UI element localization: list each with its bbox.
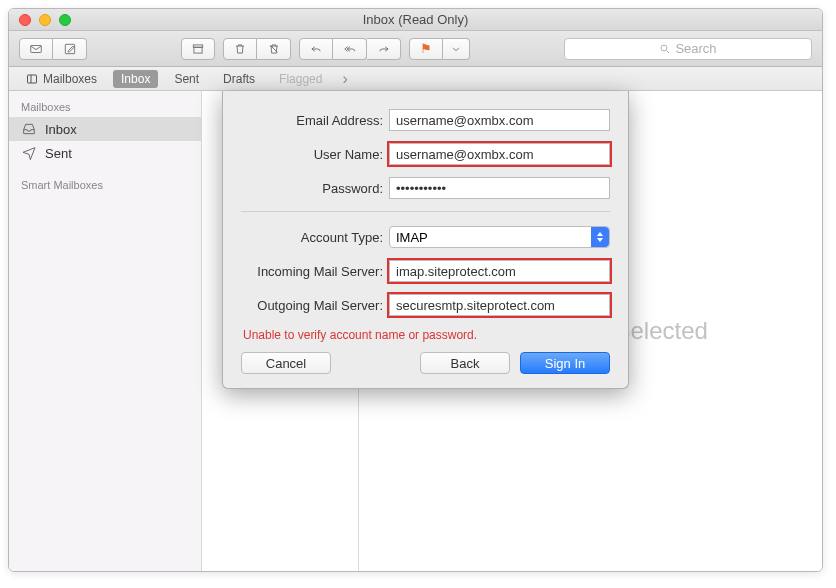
titlebar: Inbox (Read Only) bbox=[9, 9, 822, 31]
svg-rect-3 bbox=[194, 47, 202, 53]
mailboxes-toggle[interactable]: Mailboxes bbox=[17, 70, 105, 88]
reply-all-button[interactable] bbox=[333, 38, 367, 60]
svg-rect-0 bbox=[31, 45, 42, 52]
password-field[interactable] bbox=[389, 177, 610, 199]
outgoing-server-field[interactable] bbox=[389, 294, 610, 316]
label-email: Email Address: bbox=[241, 113, 389, 128]
tab-inbox[interactable]: Inbox bbox=[113, 70, 158, 88]
compose-icon bbox=[63, 42, 77, 56]
compose-button[interactable] bbox=[53, 38, 87, 60]
select-stepper-icon bbox=[591, 227, 609, 247]
svg-point-4 bbox=[661, 45, 667, 51]
sidebar-item-label: Sent bbox=[45, 146, 72, 161]
search-input[interactable]: Search bbox=[564, 38, 812, 60]
tab-sent[interactable]: Sent bbox=[166, 70, 207, 88]
search-icon bbox=[659, 43, 671, 55]
forward-button[interactable] bbox=[367, 38, 401, 60]
forward-icon bbox=[377, 42, 391, 56]
favorites-bar: Mailboxes Inbox Sent Drafts Flagged bbox=[9, 67, 822, 91]
account-type-value: IMAP bbox=[396, 230, 428, 245]
divider bbox=[241, 211, 610, 212]
tab-flagged[interactable]: Flagged bbox=[271, 70, 330, 88]
account-setup-sheet: Email Address: User Name: Password: Acco… bbox=[222, 91, 629, 389]
junk-icon bbox=[267, 42, 281, 56]
mailboxes-label: Mailboxes bbox=[43, 72, 97, 86]
archive-button[interactable] bbox=[181, 38, 215, 60]
flag-button[interactable]: ⚑ bbox=[409, 38, 443, 60]
username-field[interactable] bbox=[389, 143, 610, 165]
trash-icon bbox=[233, 42, 247, 56]
delete-button[interactable] bbox=[223, 38, 257, 60]
error-message: Unable to verify account name or passwor… bbox=[243, 328, 610, 342]
sidebar-icon bbox=[25, 73, 39, 85]
label-outgoing: Outgoing Mail Server: bbox=[241, 298, 389, 313]
cancel-button[interactable]: Cancel bbox=[241, 352, 331, 374]
label-user: User Name: bbox=[241, 147, 389, 162]
tabbar-overflow[interactable] bbox=[338, 70, 347, 88]
get-mail-button[interactable] bbox=[19, 38, 53, 60]
back-button[interactable]: Back bbox=[420, 352, 510, 374]
sidebar: Mailboxes Inbox Sent Smart Mailboxes bbox=[9, 91, 202, 571]
label-incoming: Incoming Mail Server: bbox=[241, 264, 389, 279]
window-title: Inbox (Read Only) bbox=[9, 12, 822, 27]
toolbar: ⚑ Search bbox=[9, 31, 822, 67]
sign-in-button[interactable]: Sign In bbox=[520, 352, 610, 374]
sidebar-header-smart: Smart Mailboxes bbox=[9, 175, 201, 195]
reply-icon bbox=[309, 42, 323, 56]
tab-drafts[interactable]: Drafts bbox=[215, 70, 263, 88]
archive-icon bbox=[191, 42, 205, 56]
flag-menu-button[interactable] bbox=[443, 38, 470, 60]
envelope-icon bbox=[29, 42, 43, 56]
reply-button[interactable] bbox=[299, 38, 333, 60]
paper-plane-icon bbox=[21, 145, 37, 161]
sidebar-item-sent[interactable]: Sent bbox=[9, 141, 201, 165]
email-field[interactable] bbox=[389, 109, 610, 131]
chevron-down-icon bbox=[449, 42, 463, 56]
incoming-server-field[interactable] bbox=[389, 260, 610, 282]
search-placeholder: Search bbox=[675, 41, 716, 56]
sidebar-item-inbox[interactable]: Inbox bbox=[9, 117, 201, 141]
label-account-type: Account Type: bbox=[241, 230, 389, 245]
inbox-icon bbox=[21, 121, 37, 137]
reply-all-icon bbox=[343, 42, 357, 56]
junk-button[interactable] bbox=[257, 38, 291, 60]
account-type-select[interactable]: IMAP bbox=[389, 226, 610, 248]
sidebar-header-mailboxes: Mailboxes bbox=[9, 97, 201, 117]
svg-rect-5 bbox=[28, 75, 37, 83]
sidebar-item-label: Inbox bbox=[45, 122, 77, 137]
label-password: Password: bbox=[241, 181, 389, 196]
flag-icon: ⚑ bbox=[420, 41, 432, 56]
mail-window: Inbox (Read Only) bbox=[8, 8, 823, 572]
